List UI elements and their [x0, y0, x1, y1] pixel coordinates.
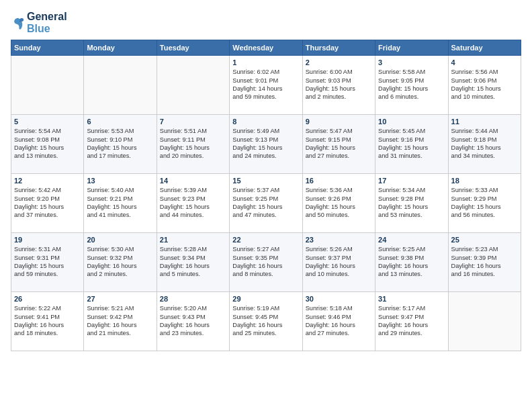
day-cell: 13Sunrise: 5:40 AMSunset: 9:21 PMDayligh…: [84, 174, 157, 233]
week-row-5: 26Sunrise: 5:22 AMSunset: 9:41 PMDayligh…: [11, 292, 521, 351]
header-cell-tuesday: Tuesday: [157, 40, 229, 56]
day-cell: 23Sunrise: 5:26 AMSunset: 9:37 PMDayligh…: [302, 233, 375, 292]
day-number: 15: [232, 177, 299, 185]
day-cell: 24Sunrise: 5:25 AMSunset: 9:38 PMDayligh…: [375, 233, 448, 292]
week-row-3: 12Sunrise: 5:42 AMSunset: 9:20 PMDayligh…: [11, 174, 521, 233]
week-row-2: 5Sunrise: 5:54 AMSunset: 9:08 PMDaylight…: [11, 115, 521, 174]
day-cell: 9Sunrise: 5:47 AMSunset: 9:15 PMDaylight…: [302, 115, 375, 174]
day-number: 10: [378, 118, 445, 126]
day-number: 5: [14, 118, 81, 126]
day-info: Sunrise: 5:37 AMSunset: 9:25 PMDaylight:…: [232, 186, 299, 220]
day-number: 19: [14, 236, 81, 244]
day-number: 22: [232, 236, 299, 244]
week-row-4: 19Sunrise: 5:31 AMSunset: 9:31 PMDayligh…: [11, 233, 521, 292]
day-info: Sunrise: 5:20 AMSunset: 9:43 PMDaylight:…: [160, 304, 226, 338]
day-cell: [448, 292, 521, 351]
day-number: 29: [232, 295, 299, 303]
day-cell: 8Sunrise: 5:49 AMSunset: 9:13 PMDaylight…: [230, 115, 302, 174]
day-cell: 27Sunrise: 5:21 AMSunset: 9:42 PMDayligh…: [84, 292, 157, 351]
day-info: Sunrise: 5:30 AMSunset: 9:32 PMDaylight:…: [87, 245, 153, 279]
day-info: Sunrise: 6:02 AMSunset: 9:01 PMDaylight:…: [232, 68, 299, 101]
day-info: Sunrise: 5:31 AMSunset: 9:31 PMDaylight:…: [14, 245, 81, 279]
day-info: Sunrise: 5:53 AMSunset: 9:10 PMDaylight:…: [87, 127, 153, 161]
day-number: 17: [378, 177, 445, 185]
header-cell-sunday: Sunday: [11, 40, 84, 56]
day-info: Sunrise: 5:21 AMSunset: 9:42 PMDaylight:…: [87, 304, 153, 338]
day-cell: 2Sunrise: 6:00 AMSunset: 9:03 PMDaylight…: [302, 56, 375, 115]
day-cell: 5Sunrise: 5:54 AMSunset: 9:08 PMDaylight…: [11, 115, 84, 174]
day-info: Sunrise: 5:28 AMSunset: 9:34 PMDaylight:…: [160, 245, 226, 279]
day-info: Sunrise: 5:49 AMSunset: 9:13 PMDaylight:…: [232, 127, 299, 161]
day-cell: 1Sunrise: 6:02 AMSunset: 9:01 PMDaylight…: [230, 56, 302, 115]
day-cell: 22Sunrise: 5:27 AMSunset: 9:35 PMDayligh…: [230, 233, 302, 292]
day-cell: 7Sunrise: 5:51 AMSunset: 9:11 PMDaylight…: [157, 115, 229, 174]
day-cell: 18Sunrise: 5:33 AMSunset: 9:29 PMDayligh…: [448, 174, 521, 233]
day-cell: 17Sunrise: 5:34 AMSunset: 9:28 PMDayligh…: [375, 174, 448, 233]
day-info: Sunrise: 5:26 AMSunset: 9:37 PMDaylight:…: [306, 245, 372, 279]
day-number: 9: [306, 118, 372, 126]
day-number: 30: [306, 295, 372, 303]
day-cell: 4Sunrise: 5:56 AMSunset: 9:06 PMDaylight…: [448, 56, 521, 115]
day-cell: 3Sunrise: 5:58 AMSunset: 9:05 PMDaylight…: [375, 56, 448, 115]
day-number: 11: [451, 118, 518, 126]
day-info: Sunrise: 5:40 AMSunset: 9:21 PMDaylight:…: [87, 186, 153, 220]
day-cell: 10Sunrise: 5:45 AMSunset: 9:16 PMDayligh…: [375, 115, 448, 174]
day-cell: 6Sunrise: 5:53 AMSunset: 9:10 PMDaylight…: [84, 115, 157, 174]
day-cell: 12Sunrise: 5:42 AMSunset: 9:20 PMDayligh…: [11, 174, 84, 233]
day-number: 4: [451, 58, 518, 66]
day-info: Sunrise: 5:19 AMSunset: 9:45 PMDaylight:…: [232, 304, 299, 338]
day-cell: 26Sunrise: 5:22 AMSunset: 9:41 PMDayligh…: [11, 292, 84, 351]
logo: General Blue: [11, 11, 67, 34]
header-cell-thursday: Thursday: [302, 40, 375, 56]
day-number: 7: [160, 118, 226, 126]
calendar-table: SundayMondayTuesdayWednesdayThursdayFrid…: [11, 40, 521, 351]
day-info: Sunrise: 5:47 AMSunset: 9:15 PMDaylight:…: [306, 127, 372, 161]
day-cell: 14Sunrise: 5:39 AMSunset: 9:23 PMDayligh…: [157, 174, 229, 233]
header-cell-monday: Monday: [84, 40, 157, 56]
day-number: 1: [232, 58, 299, 66]
day-info: Sunrise: 5:23 AMSunset: 9:39 PMDaylight:…: [451, 245, 518, 279]
day-number: 13: [87, 177, 153, 185]
day-cell: 25Sunrise: 5:23 AMSunset: 9:39 PMDayligh…: [448, 233, 521, 292]
day-number: 6: [87, 118, 153, 126]
day-info: Sunrise: 5:33 AMSunset: 9:29 PMDaylight:…: [451, 186, 518, 220]
day-info: Sunrise: 5:51 AMSunset: 9:11 PMDaylight:…: [160, 127, 226, 161]
day-info: Sunrise: 5:39 AMSunset: 9:23 PMDaylight:…: [160, 186, 226, 220]
day-cell: 30Sunrise: 5:18 AMSunset: 9:46 PMDayligh…: [302, 292, 375, 351]
day-info: Sunrise: 5:36 AMSunset: 9:26 PMDaylight:…: [306, 186, 372, 220]
day-info: Sunrise: 5:18 AMSunset: 9:46 PMDaylight:…: [306, 304, 372, 338]
logo-icon: [11, 15, 26, 30]
day-number: 23: [306, 236, 372, 244]
day-cell: 28Sunrise: 5:20 AMSunset: 9:43 PMDayligh…: [157, 292, 229, 351]
day-info: Sunrise: 5:44 AMSunset: 9:18 PMDaylight:…: [451, 127, 518, 161]
day-info: Sunrise: 5:27 AMSunset: 9:35 PMDaylight:…: [232, 245, 299, 279]
day-cell: 20Sunrise: 5:30 AMSunset: 9:32 PMDayligh…: [84, 233, 157, 292]
day-number: 27: [87, 295, 153, 303]
header-cell-friday: Friday: [375, 40, 448, 56]
header-cell-saturday: Saturday: [448, 40, 521, 56]
day-cell: 29Sunrise: 5:19 AMSunset: 9:45 PMDayligh…: [230, 292, 302, 351]
day-info: Sunrise: 5:56 AMSunset: 9:06 PMDaylight:…: [451, 68, 518, 101]
logo-line1: General: [27, 11, 67, 23]
week-row-1: 1Sunrise: 6:02 AMSunset: 9:01 PMDaylight…: [11, 56, 521, 115]
day-number: 31: [378, 295, 445, 303]
day-info: Sunrise: 5:25 AMSunset: 9:38 PMDaylight:…: [378, 245, 445, 279]
day-cell: [84, 56, 157, 115]
day-number: 26: [14, 295, 81, 303]
day-number: 28: [160, 295, 226, 303]
header-cell-wednesday: Wednesday: [230, 40, 302, 56]
day-info: Sunrise: 5:22 AMSunset: 9:41 PMDaylight:…: [14, 304, 81, 338]
day-info: Sunrise: 5:45 AMSunset: 9:16 PMDaylight:…: [378, 127, 445, 161]
day-cell: [11, 56, 84, 115]
day-info: Sunrise: 5:42 AMSunset: 9:20 PMDaylight:…: [14, 186, 81, 220]
day-number: 3: [378, 58, 445, 66]
day-cell: 19Sunrise: 5:31 AMSunset: 9:31 PMDayligh…: [11, 233, 84, 292]
day-cell: 31Sunrise: 5:17 AMSunset: 9:47 PMDayligh…: [375, 292, 448, 351]
day-number: 2: [306, 58, 372, 66]
day-number: 16: [306, 177, 372, 185]
day-number: 25: [451, 236, 518, 244]
day-cell: 21Sunrise: 5:28 AMSunset: 9:34 PMDayligh…: [157, 233, 229, 292]
page-header: General Blue: [11, 11, 521, 34]
header-row: SundayMondayTuesdayWednesdayThursdayFrid…: [11, 40, 521, 56]
day-info: Sunrise: 5:34 AMSunset: 9:28 PMDaylight:…: [378, 186, 445, 220]
